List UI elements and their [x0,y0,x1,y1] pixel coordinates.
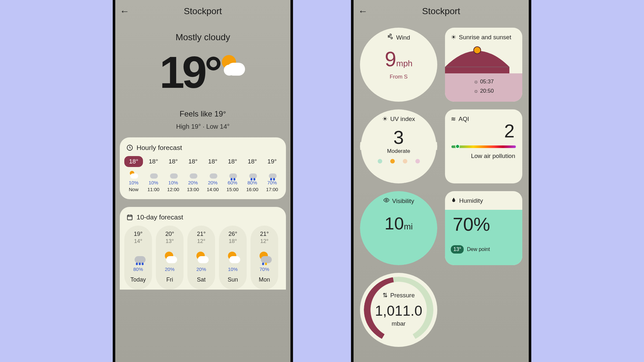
wind-icon [387,33,393,42]
daily-low: 12° [252,238,277,245]
daily-day: Mon [252,276,277,283]
hourly-item[interactable]: 18°20%13:00 [184,156,202,192]
svg-point-4 [385,200,387,201]
waves-icon: ≋ [451,115,456,123]
hourly-precip: 20% [204,180,222,185]
hourly-title: Hourly forecast [137,144,182,152]
partly-cloudy-icon [219,54,246,81]
hourly-item[interactable]: 18°80%16:00 [243,156,262,192]
hourly-temp: 18° [243,156,262,167]
sunrise-sunset-tile[interactable]: ☀︎Sunrise and sunset ☼ 05:37 ☼ 20:50 [445,28,522,102]
daily-item[interactable]: 21°12°20%Sat [187,226,215,290]
hourly-item[interactable]: 18°10%12:00 [164,156,183,192]
aqi-tile[interactable]: ≋AQI 2 Low air pollution [445,109,522,183]
hourly-item[interactable]: 18°10%Now [124,156,143,192]
pressure-tile[interactable]: ⇅Pressure 1,011.0 mbar [360,273,437,347]
hourly-temp: 18° [144,156,163,167]
sunrise-icon: ☀︎ [451,33,456,41]
daily-forecast-card[interactable]: 10-day forecast 19°14°80%Today20°13°20%F… [120,207,286,290]
weather-screen-details: ← Stockport Wind 9mph From S ☀︎Sunrise a… [351,0,531,362]
hourly-forecast-card[interactable]: Hourly forecast 18°10%Now18°10%11:0018°1… [120,137,286,199]
daily-day: Sat [189,276,214,283]
daily-item[interactable]: 20°13°20%Fri [156,226,184,290]
visibility-tile[interactable]: Visibility 10mi [360,191,437,265]
weather-icon [247,171,258,179]
hourly-item[interactable]: 18°10%11:00 [144,156,163,192]
daily-item[interactable]: 21°12°70%Mon [251,226,278,290]
sunset-time: 20:50 [480,88,494,94]
daily-low: 18° [220,238,245,245]
hourly-precip: 10% [164,180,183,185]
app-bar: ← Stockport [115,0,290,23]
daily-day: Sun [220,276,245,283]
high-low: High 19° · Low 14° [115,123,290,130]
uv-index-tile[interactable]: ☀︎UV index 3 Moderate [360,109,437,183]
daily-high: 21° [189,231,214,237]
daily-item[interactable]: 26°18°10%Sun [219,226,247,290]
daily-high: 19° [126,231,151,237]
hourly-time: Now [124,187,143,192]
wind-direction: From S [366,74,431,80]
location-title: Stockport [120,6,286,16]
hourly-item[interactable]: 18°20%14:00 [204,156,222,192]
hourly-temp: 18° [223,156,242,167]
humidity-label: Humidity [459,197,483,204]
weather-icon [225,251,240,265]
humidity-tile[interactable]: Humidity 70% 13°Dew point [445,191,522,265]
sun-icon: ☀︎ [382,115,388,123]
weather-icon [131,251,146,265]
daily-item[interactable]: 19°14°80%Today [124,226,152,290]
pressure-unit: mbar [366,320,431,327]
hourly-temp: 18° [164,156,183,167]
hourly-precip: 70% [263,180,281,185]
clock-icon [126,144,133,151]
droplet-icon [451,197,457,204]
sunrise-small-icon: ☼ [474,79,479,85]
hourly-temp: 18° [124,156,143,167]
sun-arc-icon [445,44,509,73]
pressure-value: 1,011.0 [366,303,431,319]
app-bar: ← Stockport [354,0,529,23]
hourly-time: 13:00 [184,187,202,192]
weather-icon [148,171,158,179]
aqi-scale-bar [451,145,516,148]
eye-icon [383,197,390,205]
weather-icon [128,171,139,179]
hourly-temp: 19° [263,156,281,167]
daily-precip: 20% [189,266,214,272]
sun-label: Sunrise and sunset [459,34,511,41]
gauge-icon: ⇅ [383,292,388,299]
daily-low: 14° [126,238,151,245]
uv-desc: Moderate [366,148,431,154]
daily-day: Today [126,276,151,283]
visibility-unit: mi [404,222,412,231]
current-temp: 19° [159,46,220,98]
weather-icon [168,171,178,179]
visibility-value: 10 [384,214,404,233]
hourly-time: 16:00 [243,187,262,192]
hourly-precip: 10% [124,180,143,185]
aqi-desc: Low air pollution [451,153,516,160]
svg-rect-1 [128,215,132,220]
wind-tile[interactable]: Wind 9mph From S [360,28,437,102]
weather-icon [188,171,198,179]
hourly-item[interactable]: 18°60%15:00 [223,156,242,192]
uv-value: 3 [366,126,431,148]
wind-label: Wind [396,34,410,41]
sunrise-time: 05:37 [480,79,494,85]
visibility-label: Visibility [392,198,414,205]
daily-high: 21° [252,231,277,237]
location-title: Stockport [358,6,524,16]
daily-precip: 10% [220,266,245,272]
current-summary: Mostly cloudy 19° Feels like 19° High 19… [115,32,290,130]
feels-like: Feels like 19° [115,109,290,118]
weather-icon [267,171,277,179]
daily-high: 20° [157,231,182,237]
daily-low: 13° [157,238,182,245]
hourly-time: 11:00 [144,187,163,192]
hourly-item[interactable]: 19°70%17:00 [263,156,281,192]
hourly-time: 17:00 [263,187,281,192]
hourly-precip: 10% [144,180,163,185]
hourly-precip: 60% [223,180,242,185]
humidity-value: 70% [451,213,516,235]
